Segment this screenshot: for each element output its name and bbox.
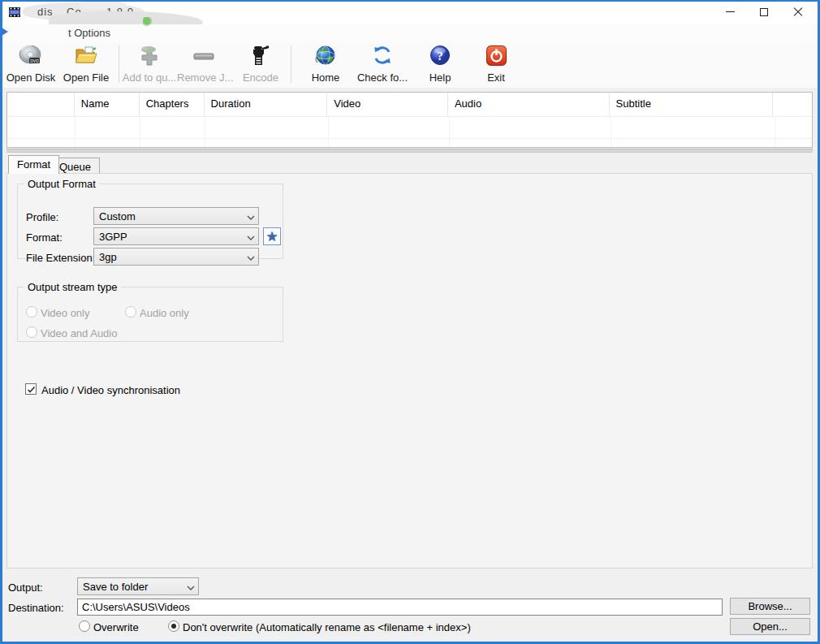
splitter-handle[interactable]: [6, 149, 813, 153]
titlebar: dis Co 1.8.0: [0, 0, 820, 24]
radio-overwrite[interactable]: [79, 620, 90, 632]
svg-text:DVD: DVD: [30, 58, 39, 63]
profile-select[interactable]: Custom: [93, 207, 259, 225]
chevron-down-icon: [244, 210, 258, 223]
help-button[interactable]: ? Help: [416, 44, 464, 86]
column-header-blank[interactable]: [7, 93, 75, 116]
toolbar: DVD Open Disk Open File: [0, 42, 820, 88]
column-header-subtitle[interactable]: Subtitle: [610, 93, 774, 116]
close-button[interactable]: [781, 0, 815, 24]
open-disk-label: Open Disk: [3, 71, 58, 84]
radio-dont-overwrite-label: Don't overwrite (Automatically rename as…: [183, 621, 471, 633]
open-disk-button[interactable]: DVD Open Disk: [3, 44, 58, 86]
av-sync-checkbox-label: Audio / Video synchronisation: [41, 384, 180, 396]
dvd-disc-icon: DVD: [3, 45, 58, 71]
help-label: Help: [416, 71, 464, 84]
tab-format[interactable]: Format: [8, 155, 59, 174]
column-header-chapters[interactable]: Chapters: [140, 93, 205, 116]
radio-video-only-label: Video only: [41, 307, 89, 319]
av-sync-checkbox[interactable]: [25, 383, 37, 395]
chevron-down-icon: [244, 231, 258, 243]
icon-remnant: [143, 17, 153, 27]
format-select[interactable]: 3GPP: [93, 227, 259, 245]
exit-button[interactable]: Exit: [471, 44, 521, 86]
refresh-arrows-icon: [354, 45, 411, 71]
window-title-fragment: Co: [67, 6, 82, 18]
destination-label: Destination:: [8, 602, 64, 614]
table-row-empty: [7, 117, 812, 139]
add-to-queue-button[interactable]: Add to qu...: [122, 44, 177, 86]
minimize-icon: [726, 11, 735, 12]
column-header-video[interactable]: Video: [327, 93, 448, 116]
encode-camera-icon: [234, 45, 287, 71]
radio-video-only[interactable]: [26, 306, 37, 318]
open-button[interactable]: Open...: [730, 618, 810, 635]
radio-video-and-audio[interactable]: [26, 326, 37, 338]
chevron-down-icon: [244, 251, 258, 263]
format-tab-page: Output Format Profile: Custom Format: 3G…: [6, 173, 813, 568]
check-for-updates-button[interactable]: Check fo...: [354, 44, 411, 86]
output-mode-select[interactable]: Save to folder: [77, 577, 199, 595]
column-header-blank[interactable]: [773, 93, 812, 116]
star-icon: ★: [265, 230, 278, 244]
add-queue-icon: [122, 45, 177, 71]
window-title-fragment: 1.8.0: [106, 6, 134, 18]
globe-home-icon: [299, 45, 352, 71]
favorite-format-button[interactable]: ★: [263, 227, 281, 245]
app-window: dis Co 1.8.0 t Options D: [0, 0, 820, 644]
chevron-down-icon: [183, 581, 198, 593]
output-format-legend: Output Format: [24, 178, 99, 190]
file-extension-select[interactable]: 3gp: [93, 248, 259, 266]
table-header-row: Name Chapters Duration Video Audio Subti…: [7, 93, 812, 117]
open-folder-icon: [60, 45, 112, 71]
filmstrip-app-icon: [8, 6, 21, 19]
destination-input[interactable]: [77, 599, 723, 616]
encode-button[interactable]: Encode: [234, 44, 287, 86]
minimize-button[interactable]: [713, 0, 747, 24]
menu-item-options[interactable]: t Options: [68, 27, 110, 39]
profile-label: Profile:: [26, 211, 58, 223]
home-button[interactable]: Home: [299, 44, 352, 86]
remove-job-button[interactable]: Remove J...: [177, 44, 231, 86]
format-label: Format:: [26, 231, 63, 244]
output-label: Output:: [8, 581, 43, 594]
file-extension-label: File Extension:: [26, 252, 95, 264]
output-stream-type-legend: Output stream type: [24, 281, 121, 293]
maximize-button[interactable]: [747, 0, 781, 24]
table-row-empty: [7, 139, 812, 147]
toolbar-separator: [119, 45, 119, 83]
radio-audio-only[interactable]: [125, 306, 136, 318]
window-title-fragment: dis: [37, 6, 54, 18]
remove-job-label: Remove J...: [177, 71, 231, 84]
home-label: Home: [299, 71, 352, 84]
column-header-duration[interactable]: Duration: [205, 93, 328, 116]
column-header-name[interactable]: Name: [75, 93, 140, 116]
output-stream-type-group: Output stream type Video only Audio only…: [17, 287, 283, 342]
maximize-icon: [760, 8, 768, 16]
radio-audio-only-label: Audio only: [140, 307, 189, 319]
radio-video-and-audio-label: Video and Audio: [41, 327, 117, 339]
toolbar-separator: [291, 45, 291, 83]
open-file-label: Open File: [60, 71, 112, 84]
help-question-icon: ?: [416, 45, 464, 71]
column-header-audio[interactable]: Audio: [448, 93, 610, 116]
svg-text:?: ?: [437, 50, 443, 63]
browse-button[interactable]: Browse...: [730, 598, 810, 615]
window-controls: [713, 0, 815, 24]
menubar: t Options: [0, 24, 820, 42]
open-file-button[interactable]: Open File: [60, 44, 112, 86]
exit-label: Exit: [471, 71, 521, 84]
output-format-group: Output Format Profile: Custom Format: 3G…: [17, 184, 283, 259]
radio-dont-overwrite[interactable]: [168, 620, 179, 632]
radio-overwrite-label: Overwrite: [93, 621, 139, 633]
remove-job-icon: [177, 45, 231, 71]
job-table: Name Chapters Duration Video Audio Subti…: [6, 92, 813, 148]
menu-remnant-icon: [2, 28, 8, 36]
check-for-updates-label: Check fo...: [354, 71, 411, 84]
power-exit-icon: [471, 45, 521, 71]
add-to-queue-label: Add to qu...: [122, 71, 177, 84]
close-icon: [793, 7, 803, 17]
encode-label: Encode: [234, 71, 287, 84]
